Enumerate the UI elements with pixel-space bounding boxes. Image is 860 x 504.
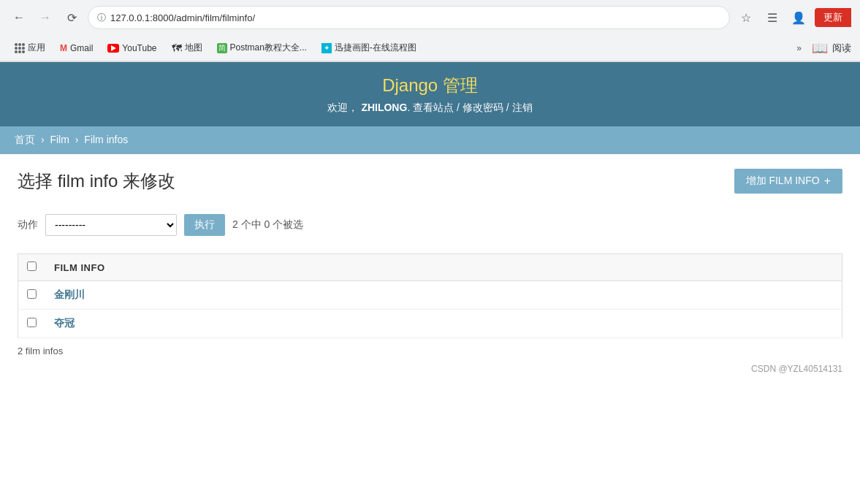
bookmark-postman-label: Postman教程大全... <box>230 42 307 54</box>
gmail-icon: M <box>60 43 67 53</box>
bookmark-youtube[interactable]: YouTube <box>102 41 162 56</box>
row-checkbox-1[interactable] <box>27 318 37 327</box>
breadcrumb: 首页 › Film › Film infos <box>15 134 845 147</box>
welcome-text: 欢迎， <box>327 102 358 113</box>
django-header: Django 管理 欢迎， ZHILONG. 查看站点 / 修改密码 / 注销 <box>0 62 860 126</box>
row-name-cell: 夺冠 <box>45 310 842 338</box>
browser-chrome: ← → ⟳ ⓘ 127.0.0.1:8000/admin/film/filmin… <box>0 0 860 62</box>
apps-icon <box>15 43 25 53</box>
page-header: 选择 film info 来修改 增加 FILM INFO + <box>18 169 842 194</box>
secure-icon: ⓘ <box>97 12 106 24</box>
bookmark-maps[interactable]: 🗺 地图 <box>166 39 208 56</box>
bookmarks-bar: 应用 M Gmail YouTube 🗺 地图 简 Postman教程大全...… <box>0 35 860 61</box>
bookmark-apps[interactable]: 应用 <box>9 39 51 56</box>
results-table: FILM INFO 金刚川 夺冠 <box>18 253 842 338</box>
bookmark-apps-label: 应用 <box>28 42 45 54</box>
breadcrumb-sep1: › <box>41 134 47 145</box>
row-checkbox-0[interactable] <box>27 289 37 299</box>
maps-icon: 🗺 <box>172 42 182 54</box>
row-name-cell: 金刚川 <box>45 281 842 310</box>
logout-link[interactable]: 注销 <box>512 102 533 113</box>
footer-count: 2 film infos <box>18 345 842 356</box>
add-filminfo-button[interactable]: 增加 FILM INFO + <box>734 169 842 194</box>
view-site-link[interactable]: 查看站点 <box>413 102 454 113</box>
breadcrumb-app[interactable]: Film <box>50 134 69 145</box>
breadcrumb-model: Film infos <box>84 134 128 145</box>
actions-label: 动作 <box>18 218 38 232</box>
add-filminfo-label: 增加 FILM INFO <box>746 175 820 188</box>
table-row: 金刚川 <box>18 281 842 310</box>
youtube-icon <box>107 43 119 53</box>
table-header-row: FILM INFO <box>18 254 842 281</box>
bookmark-postman[interactable]: 简 Postman教程大全... <box>211 39 313 56</box>
django-title: Django 管理 <box>12 74 848 97</box>
select-all-header <box>18 254 46 281</box>
axure-icon: ✦ <box>321 43 332 53</box>
breadcrumb-home[interactable]: 首页 <box>15 134 35 145</box>
bookmark-star-button[interactable]: ☆ <box>736 7 756 28</box>
reading-label: 阅读 <box>832 42 851 55</box>
refresh-button[interactable]: ⟳ <box>61 7 82 28</box>
row-name-link[interactable]: 夺冠 <box>54 317 75 329</box>
bookmark-axure-label: 迅捷画图-在线流程图 <box>335 42 416 54</box>
postman-icon: 简 <box>217 43 227 53</box>
filminfo-column-header: FILM INFO <box>45 254 842 281</box>
bookmark-gmail[interactable]: M Gmail <box>54 41 99 56</box>
address-bar[interactable]: ⓘ 127.0.0.1:8000/admin/film/filminfo/ <box>88 6 730 29</box>
plus-icon: + <box>824 175 831 188</box>
main-content: 选择 film info 来修改 增加 FILM INFO + 动作 -----… <box>0 154 860 396</box>
watermark: CSDN @YZL40514131 <box>18 356 842 381</box>
change-password-link[interactable]: 修改密码 <box>463 102 503 113</box>
actions-select[interactable]: --------- <box>45 214 177 236</box>
breadcrumb-sep2: › <box>75 134 82 145</box>
profile-button[interactable]: 👤 <box>788 7 809 28</box>
bookmarks-more-button[interactable]: » <box>792 41 806 56</box>
bookmark-maps-label: 地图 <box>185 42 202 54</box>
reader-mode-icon: 📖 <box>812 40 828 56</box>
selection-count: 2 个中 0 个被选 <box>232 218 303 232</box>
tab-search-button[interactable]: ☰ <box>762 7 783 28</box>
browser-toolbar: ← → ⟳ ⓘ 127.0.0.1:8000/admin/film/filmin… <box>0 0 860 35</box>
url-text: 127.0.0.1:8000/admin/film/filminfo/ <box>110 12 720 23</box>
back-button[interactable]: ← <box>9 7 29 28</box>
toolbar-right: ☆ ☰ 👤 更新 <box>736 7 851 28</box>
select-all-checkbox[interactable] <box>27 261 37 271</box>
filminfo-column-label: FILM INFO <box>54 262 105 273</box>
execute-button[interactable]: 执行 <box>184 214 225 236</box>
bookmark-gmail-label: Gmail <box>70 43 93 53</box>
page-title: 选择 film info 来修改 <box>18 169 175 193</box>
update-button[interactable]: 更新 <box>815 8 851 27</box>
username: ZHILONG <box>361 102 407 113</box>
bookmark-youtube-label: YouTube <box>122 43 156 53</box>
row-checkbox-cell <box>18 310 46 338</box>
django-subtitle: 欢迎， ZHILONG. 查看站点 / 修改密码 / 注销 <box>12 102 848 115</box>
sep1: / <box>457 102 463 113</box>
bookmark-axure[interactable]: ✦ 迅捷画图-在线流程图 <box>316 39 422 56</box>
row-checkbox-cell <box>18 281 46 310</box>
row-name-link[interactable]: 金刚川 <box>54 289 85 300</box>
actions-row: 动作 --------- 执行 2 个中 0 个被选 <box>18 208 842 242</box>
sep2: / <box>506 102 512 113</box>
table-row: 夺冠 <box>18 310 842 338</box>
forward-button[interactable]: → <box>35 7 56 28</box>
breadcrumb-bar: 首页 › Film › Film infos <box>0 126 860 154</box>
